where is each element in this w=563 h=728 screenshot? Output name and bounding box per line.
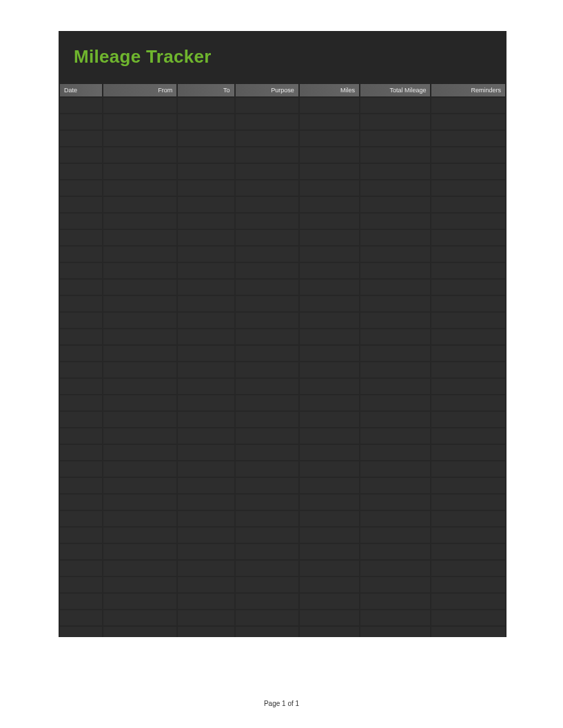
table-cell[interactable]: [300, 98, 359, 113]
table-cell[interactable]: [103, 395, 177, 410]
table-cell[interactable]: [60, 561, 102, 576]
table-cell[interactable]: [103, 561, 177, 576]
table-cell[interactable]: [236, 495, 298, 510]
table-cell[interactable]: [360, 395, 430, 410]
table-cell[interactable]: [178, 247, 234, 262]
table-cell[interactable]: [178, 528, 234, 543]
table-cell[interactable]: [431, 478, 505, 493]
table-cell[interactable]: [431, 395, 505, 410]
table-cell[interactable]: [103, 98, 177, 113]
table-cell[interactable]: [360, 412, 430, 427]
table-cell[interactable]: [300, 346, 359, 361]
table-cell[interactable]: [103, 478, 177, 493]
table-cell[interactable]: [431, 561, 505, 576]
table-cell[interactable]: [236, 594, 298, 609]
table-cell[interactable]: [236, 346, 298, 361]
table-cell[interactable]: [300, 313, 359, 328]
table-cell[interactable]: [431, 528, 505, 543]
table-cell[interactable]: [103, 263, 177, 278]
table-cell[interactable]: [300, 230, 359, 245]
table-cell[interactable]: [300, 544, 359, 559]
table-cell[interactable]: [178, 544, 234, 559]
table-cell[interactable]: [60, 296, 102, 311]
table-cell[interactable]: [431, 329, 505, 344]
table-cell[interactable]: [103, 445, 177, 460]
table-cell[interactable]: [360, 379, 430, 394]
table-cell[interactable]: [360, 197, 430, 212]
table-cell[interactable]: [178, 627, 234, 637]
table-cell[interactable]: [431, 362, 505, 377]
table-cell[interactable]: [360, 495, 430, 510]
table-cell[interactable]: [236, 379, 298, 394]
table-cell[interactable]: [236, 627, 298, 637]
table-cell[interactable]: [431, 511, 505, 526]
table-cell[interactable]: [431, 180, 505, 196]
table-cell[interactable]: [360, 131, 430, 146]
table-cell[interactable]: [360, 180, 430, 196]
table-cell[interactable]: [360, 445, 430, 460]
table-cell[interactable]: [178, 362, 234, 377]
table-cell[interactable]: [178, 577, 234, 592]
table-cell[interactable]: [300, 528, 359, 543]
table-cell[interactable]: [60, 495, 102, 510]
table-cell[interactable]: [431, 114, 505, 129]
table-cell[interactable]: [103, 346, 177, 361]
table-cell[interactable]: [178, 511, 234, 526]
column-header-to[interactable]: To: [178, 84, 234, 96]
table-cell[interactable]: [103, 461, 177, 477]
table-cell[interactable]: [300, 214, 359, 229]
table-cell[interactable]: [360, 528, 430, 543]
table-cell[interactable]: [431, 412, 505, 427]
table-cell[interactable]: [236, 577, 298, 592]
table-cell[interactable]: [103, 296, 177, 311]
table-cell[interactable]: [60, 197, 102, 212]
table-cell[interactable]: [60, 329, 102, 344]
table-cell[interactable]: [103, 114, 177, 129]
table-cell[interactable]: [236, 561, 298, 576]
table-cell[interactable]: [60, 230, 102, 245]
table-cell[interactable]: [300, 428, 359, 444]
column-header-reminders[interactable]: Reminders: [431, 84, 505, 96]
table-cell[interactable]: [178, 428, 234, 444]
table-cell[interactable]: [360, 230, 430, 245]
table-cell[interactable]: [431, 428, 505, 444]
table-cell[interactable]: [300, 247, 359, 262]
table-cell[interactable]: [360, 114, 430, 129]
table-cell[interactable]: [431, 610, 505, 625]
table-cell[interactable]: [178, 197, 234, 212]
table-cell[interactable]: [360, 147, 430, 163]
column-header-date[interactable]: Date: [60, 84, 102, 96]
table-cell[interactable]: [300, 478, 359, 493]
table-cell[interactable]: [60, 98, 102, 113]
table-cell[interactable]: [178, 379, 234, 394]
table-cell[interactable]: [300, 329, 359, 344]
table-cell[interactable]: [431, 247, 505, 262]
table-cell[interactable]: [178, 114, 234, 129]
table-cell[interactable]: [60, 147, 102, 163]
table-cell[interactable]: [103, 577, 177, 592]
table-cell[interactable]: [60, 511, 102, 526]
table-cell[interactable]: [236, 214, 298, 229]
table-cell[interactable]: [178, 214, 234, 229]
table-cell[interactable]: [236, 263, 298, 278]
table-cell[interactable]: [360, 478, 430, 493]
table-cell[interactable]: [178, 147, 234, 163]
table-cell[interactable]: [178, 180, 234, 196]
table-cell[interactable]: [60, 395, 102, 410]
table-cell[interactable]: [300, 362, 359, 377]
table-cell[interactable]: [431, 280, 505, 295]
table-cell[interactable]: [360, 362, 430, 377]
table-cell[interactable]: [60, 428, 102, 444]
table-cell[interactable]: [431, 544, 505, 559]
table-cell[interactable]: [236, 180, 298, 196]
table-cell[interactable]: [60, 544, 102, 559]
table-cell[interactable]: [236, 296, 298, 311]
table-cell[interactable]: [431, 627, 505, 637]
table-cell[interactable]: [300, 280, 359, 295]
table-cell[interactable]: [60, 346, 102, 361]
table-cell[interactable]: [178, 131, 234, 146]
table-cell[interactable]: [431, 164, 505, 179]
table-cell[interactable]: [431, 98, 505, 113]
table-cell[interactable]: [360, 461, 430, 477]
table-cell[interactable]: [236, 461, 298, 477]
